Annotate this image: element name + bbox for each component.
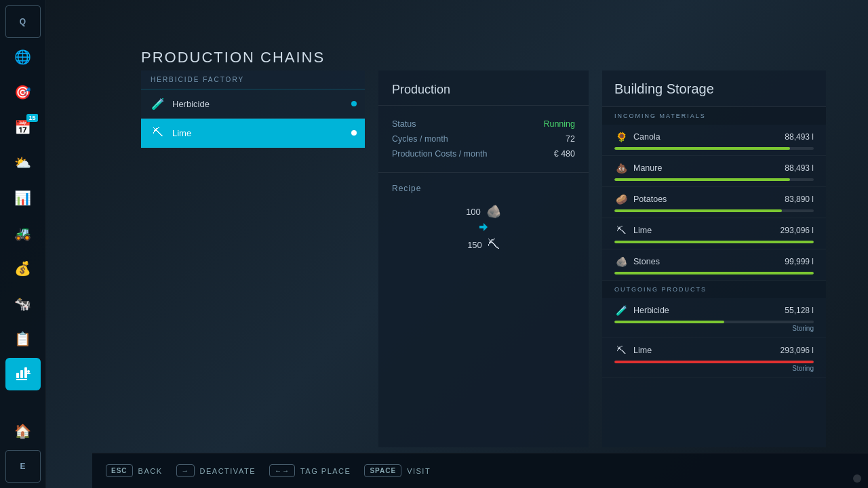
sidebar-item-weather[interactable]: ⛅	[5, 146, 41, 179]
sidebar-item-q[interactable]: Q	[5, 5, 41, 38]
storage-item-stones: 🪨 Stones 99,999 l	[602, 249, 826, 281]
manure-icon: 💩	[614, 161, 628, 175]
manure-amount: 88,493 l	[785, 163, 814, 173]
manure-name: Manure	[633, 163, 662, 173]
chain-dot-lime	[351, 130, 357, 136]
herbicide-out-sublabel: Storing	[614, 323, 814, 332]
lime-out-icon: ⛏	[614, 344, 628, 357]
stones-bar-fill	[614, 272, 814, 274]
storage-item-potatoes: 🥔 Potatoes 83,890 l	[602, 187, 826, 218]
building-storage-title: Building Storage	[602, 70, 826, 107]
manure-bar-bg	[614, 178, 814, 181]
storage-item-manure: 💩 Manure 88,493 l	[602, 156, 826, 187]
recipe-output-icon: ⛏	[488, 238, 500, 252]
calendar-badge: 15	[28, 114, 38, 121]
page-title: PRODUCTION CHAINS	[141, 49, 325, 66]
recipe-input-icon: 🪨	[486, 204, 501, 219]
sidebar-item-esc[interactable]: E	[5, 450, 41, 483]
svg-rect-3	[16, 379, 27, 380]
main-area: PRODUCTION CHAINS HERBICIDE FACTORY 🧪 He…	[46, 0, 868, 488]
sidebar-item-finances[interactable]: 💰	[5, 252, 41, 285]
lime-in-icon: ⛏	[614, 224, 628, 237]
lime-out-amount: 293,096 l	[781, 346, 814, 355]
chain-item-lime[interactable]: ⛏ Lime	[141, 119, 365, 148]
status-row: Status Running	[392, 117, 575, 131]
storage-item-lime-out: ⛏ Lime 293,096 l Storing	[602, 338, 826, 378]
outgoing-header: OUTGOING PRODUCTS	[602, 281, 826, 298]
deactivate-key-badge: →	[176, 464, 195, 477]
deactivate-key-label: DEACTIVATE	[200, 467, 256, 475]
stones-amount: 99,999 l	[785, 257, 814, 266]
recipe-title: Recipe	[392, 184, 575, 193]
cycles-row: Cycles / month 72	[392, 131, 575, 146]
incoming-header: INCOMING MATERIALS	[602, 107, 826, 125]
herbicide-icon: 🧪	[151, 96, 165, 111]
costs-label: Production Costs / month	[392, 149, 487, 159]
lime-in-bar-fill	[614, 241, 814, 243]
recipe-output: 150 ⛏	[467, 238, 500, 252]
canola-icon: 🌻	[614, 130, 628, 144]
hotkey-visit[interactable]: SPACE VISIT	[364, 464, 431, 477]
production-panel: Production Status Running Cycles / month…	[378, 70, 589, 447]
sidebar-item-calendar[interactable]: 📅 15	[5, 111, 41, 144]
cycles-value: 72	[566, 134, 575, 144]
lime-in-name: Lime	[633, 226, 652, 235]
hotkey-deactivate[interactable]: → DEACTIVATE	[176, 464, 256, 477]
tagplace-key-badge: ←→	[269, 464, 295, 477]
sidebar-item-stats[interactable]: 📊	[5, 182, 41, 214]
costs-value: € 480	[554, 149, 575, 159]
sidebar-item-vehicles[interactable]: 🚜	[5, 217, 41, 249]
chain-item-herbicide[interactable]: 🧪 Herbicide	[141, 89, 365, 119]
sidebar-item-animals[interactable]: 🐄	[5, 287, 41, 320]
recipe-content: 100 🪨 150 ⛏	[392, 204, 575, 252]
svg-rect-5	[26, 373, 31, 374]
herbicide-out-name: Herbicide	[633, 306, 669, 315]
recipe-input: 100 🪨	[466, 204, 501, 219]
svg-point-4	[27, 370, 30, 373]
potatoes-name: Potatoes	[633, 195, 667, 204]
stones-icon: 🪨	[614, 255, 628, 268]
lime-out-sublabel: Storing	[614, 363, 814, 372]
canola-bar-bg	[614, 147, 814, 150]
hotkey-esc[interactable]: ESC BACK	[106, 464, 163, 477]
sidebar-item-nav[interactable]: 🎯	[5, 76, 41, 108]
recipe-input-amount: 100	[466, 207, 481, 217]
potatoes-bar-fill	[614, 209, 782, 212]
recipe-output-amount: 150	[467, 240, 482, 250]
visit-key-label: VISIT	[407, 467, 431, 475]
sidebar-item-globe[interactable]: 🌐	[5, 41, 41, 73]
tagplace-key-label: TAG PLACE	[300, 467, 351, 475]
stones-bar-bg	[614, 272, 814, 274]
costs-row: Production Costs / month € 480	[392, 146, 575, 161]
storage-item-canola: 🌻 Canola 88,493 l	[602, 125, 826, 156]
potatoes-amount: 83,890 l	[785, 195, 814, 204]
sidebar-item-production[interactable]	[5, 358, 41, 390]
herbicide-out-amount: 55,128 l	[785, 306, 814, 315]
canola-amount: 88,493 l	[785, 132, 814, 142]
sidebar: Q 🌐 🎯 📅 15 ⛅ 📊 🚜 💰 🐄 📋 🏠 E	[0, 0, 46, 488]
building-storage-panel: Building Storage INCOMING MATERIALS 🌻 Ca…	[602, 70, 826, 447]
chain-item-label-herbicide: Herbicide	[172, 99, 210, 109]
left-panel: HERBICIDE FACTORY 🧪 Herbicide ⛏ Lime	[141, 70, 365, 447]
storage-item-herbicide-out: 🧪 Herbicide 55,128 l Storing	[602, 298, 826, 338]
factory-header: HERBICIDE FACTORY	[141, 70, 365, 89]
recipe-arrow-icon	[478, 222, 489, 235]
cycles-label: Cycles / month	[392, 134, 448, 144]
herbicide-out-icon: 🧪	[614, 304, 628, 317]
potatoes-bar-bg	[614, 209, 814, 212]
hotkey-tagplace[interactable]: ←→ TAG PLACE	[269, 464, 351, 477]
lime-icon-chain: ⛏	[151, 125, 165, 140]
chain-item-label-lime: Lime	[172, 128, 191, 138]
lime-out-name: Lime	[633, 346, 652, 355]
visit-key-badge: SPACE	[364, 464, 401, 477]
corner-indicator	[853, 474, 861, 483]
bottom-bar: ESC BACK → DEACTIVATE ←→ TAG PLACE SPACE…	[92, 453, 868, 488]
canola-bar-fill	[614, 147, 790, 150]
chain-dot-herbicide	[351, 101, 357, 106]
sidebar-item-farm[interactable]: 🏠	[5, 415, 41, 447]
lime-in-amount: 293,096 l	[781, 226, 814, 235]
status-value: Running	[543, 119, 575, 129]
sidebar-item-contracts[interactable]: 📋	[5, 323, 41, 355]
status-label: Status	[392, 119, 416, 129]
production-title: Production	[378, 70, 589, 106]
